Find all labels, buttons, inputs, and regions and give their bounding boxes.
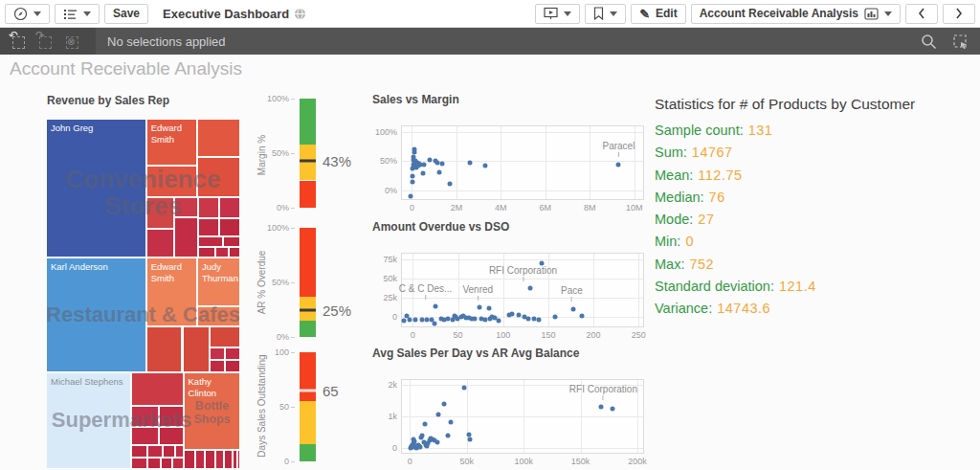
scatter-point[interactable] — [420, 434, 425, 438]
treemap-rect[interactable] — [147, 458, 161, 469]
scatter-point[interactable] — [516, 313, 521, 318]
scatter-overdue-vs-dso[interactable]: Amount Overdue vs DSO 050100150200250025… — [368, 220, 648, 345]
treemap-rect[interactable] — [198, 218, 219, 237]
treemap-rect[interactable] — [174, 217, 198, 257]
treemap-rect[interactable] — [229, 247, 240, 257]
treemap-rect[interactable] — [215, 450, 224, 469]
scatter-point[interactable] — [616, 162, 621, 167]
treemap-rect[interactable] — [224, 450, 233, 469]
scatter-point[interactable] — [473, 317, 478, 322]
treemap-rect[interactable] — [131, 372, 183, 406]
scatter-point[interactable] — [434, 440, 439, 445]
treemap-rect[interactable] — [223, 236, 240, 247]
treemap-rect[interactable] — [131, 406, 159, 427]
treemap-rect[interactable] — [210, 326, 240, 347]
bookmarks-button[interactable] — [585, 4, 626, 24]
treemap-rect[interactable] — [146, 166, 197, 197]
scatter-point[interactable] — [467, 160, 472, 165]
scatter-point[interactable] — [496, 318, 501, 323]
treemap-rect[interactable]: John Greg — [46, 119, 146, 257]
treemap-rect[interactable] — [147, 445, 163, 458]
scatter-point[interactable] — [579, 313, 584, 318]
scatter-point[interactable] — [418, 445, 423, 450]
treemap-rect[interactable] — [159, 427, 184, 445]
scatter-point[interactable] — [599, 405, 604, 410]
treemap-rect[interactable] — [163, 445, 175, 458]
treemap-rect[interactable]: Edward Smith — [146, 257, 197, 326]
scatter-sales-per-day-vs-balance[interactable]: Avg Sales Per Day vs AR Avg Balance 050k… — [368, 347, 648, 470]
scatter-point[interactable] — [510, 312, 515, 317]
scatter-plot-area[interactable]: 050k100k150k200k01k2kRFI Corporation — [401, 379, 644, 454]
treemap-rect[interactable] — [146, 326, 183, 372]
scatter-point[interactable] — [428, 158, 433, 163]
treemap-canvas[interactable]: John GregEdward SmithKarl AndersonEdward… — [46, 119, 240, 469]
storytelling-button[interactable] — [535, 4, 580, 24]
save-button[interactable]: Save — [104, 4, 148, 24]
scatter-point[interactable] — [571, 307, 576, 312]
treemap-rect[interactable] — [225, 360, 240, 372]
scatter-point[interactable] — [421, 170, 426, 175]
treemap-rect[interactable] — [198, 197, 219, 218]
scatter-point[interactable] — [482, 317, 487, 322]
scatter-point[interactable] — [536, 317, 541, 322]
scatter-plot-area[interactable]: 02M4M6M8M10M0%50%100%Paracel — [401, 125, 644, 200]
scatter-point[interactable] — [401, 318, 406, 323]
navigation-menu-button[interactable] — [5, 4, 50, 24]
scatter-point[interactable] — [410, 173, 414, 178]
treemap-rect[interactable] — [131, 458, 147, 469]
treemap-rect[interactable]: Michael Stephens — [46, 372, 131, 469]
redo-selection-button[interactable]: ↷ — [36, 34, 52, 49]
scatter-point[interactable] — [419, 317, 424, 322]
scatter-point[interactable] — [408, 193, 412, 198]
clear-selections-button[interactable]: ⊗ — [63, 34, 78, 49]
scatter-point[interactable] — [447, 181, 452, 186]
scatter-point[interactable] — [412, 146, 416, 151]
sheet-selector-button[interactable]: Account Receivable Analysis — [691, 4, 901, 24]
scatter-point[interactable] — [422, 163, 427, 168]
scatter-point[interactable] — [468, 437, 473, 442]
selections-tool-icon[interactable] — [952, 34, 969, 50]
scatter-point[interactable] — [483, 163, 488, 168]
scatter-point[interactable] — [528, 286, 533, 291]
treemap-rect[interactable] — [197, 157, 240, 197]
treemap-rect[interactable]: Judy Thurman — [197, 257, 240, 306]
scatter-point[interactable] — [432, 321, 436, 325]
treemap-rect[interactable] — [198, 247, 215, 257]
treemap-rect[interactable] — [215, 247, 229, 257]
treemap-rect[interactable] — [174, 197, 198, 218]
treemap-rect[interactable] — [219, 197, 240, 218]
scatter-point[interactable] — [462, 386, 467, 391]
gauge-ar-overdue[interactable]: AR % Overdue 100%50%0% 25% — [251, 220, 360, 345]
previous-sheet-button[interactable] — [905, 4, 938, 24]
scatter-point[interactable] — [437, 170, 442, 175]
undo-selection-button[interactable]: ↶ — [10, 34, 25, 49]
scatter-plot-area[interactable]: 050100150200250025k50k75kC & C Des...Ven… — [401, 253, 644, 327]
treemap-rect[interactable] — [159, 406, 184, 427]
treemap-rect[interactable] — [219, 218, 240, 237]
scatter-point[interactable] — [552, 314, 557, 319]
scatter-point[interactable] — [449, 419, 454, 424]
treemap-rect[interactable] — [184, 450, 196, 469]
scatter-point[interactable] — [439, 161, 444, 166]
treemap-rect[interactable] — [198, 236, 223, 247]
scatter-point[interactable] — [610, 407, 614, 412]
treemap-rect[interactable] — [161, 458, 172, 469]
treemap-rect[interactable] — [146, 229, 174, 257]
scatter-point[interactable] — [445, 433, 450, 437]
scatter-point[interactable] — [441, 402, 446, 407]
app-objects-button[interactable] — [55, 4, 100, 24]
treemap-rect[interactable] — [210, 360, 225, 372]
treemap-rect[interactable] — [210, 347, 225, 360]
gauge-margin[interactable]: Margin % 100%50%0% 43% — [251, 91, 360, 218]
treemap-rect[interactable] — [183, 326, 211, 372]
treemap-rect[interactable] — [225, 347, 240, 360]
scatter-point[interactable] — [433, 303, 437, 308]
scatter-point[interactable] — [410, 180, 414, 185]
treemap-rect[interactable] — [205, 450, 214, 469]
scatter-point[interactable] — [436, 412, 441, 416]
gauge-dso[interactable]: Days Sales Outstanding 100500 65 — [251, 345, 360, 467]
edit-button[interactable]: ✎ Edit — [631, 4, 686, 24]
treemap-rect[interactable] — [237, 450, 240, 469]
treemap-rect[interactable] — [197, 119, 240, 157]
treemap-rect[interactable] — [172, 458, 183, 469]
